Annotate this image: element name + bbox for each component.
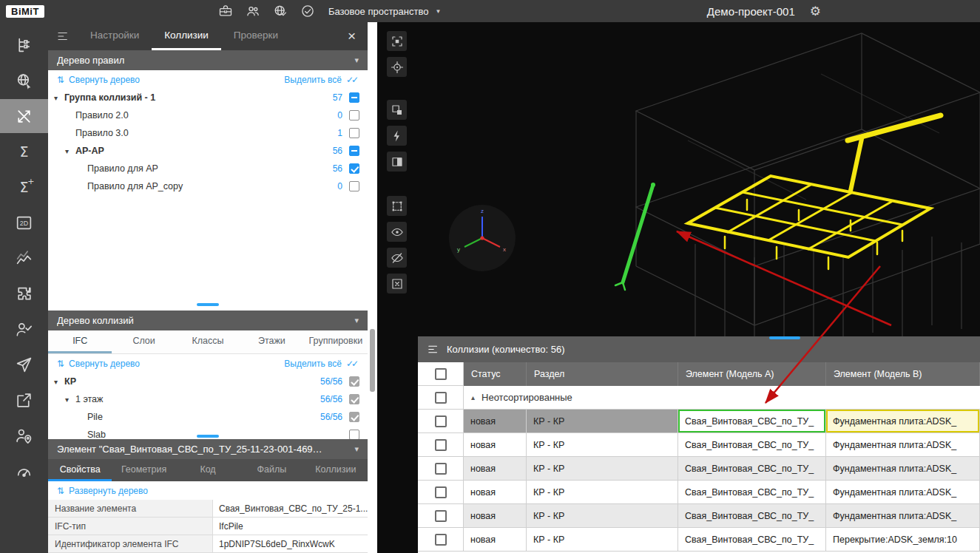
collisions-tree-header[interactable]: Дерево коллизий ▾ [48,311,368,330]
collisions-tree-scrollbar[interactable] [197,435,219,438]
gear-icon[interactable]: ⚙ [810,4,821,19]
collapse-tree-link[interactable]: ⇅Свернуть дерево [57,359,140,369]
view-2d-icon[interactable]: 2D [0,206,48,240]
sum-icon[interactable]: Σ [0,135,48,169]
cell-status[interactable]: новая [464,457,527,481]
rules-tree-header[interactable]: Дерево правил ▾ [48,50,368,70]
group-collapse-icon[interactable]: ▴ [471,393,475,401]
tree-row[interactable]: ▾ 1 этаж 56/56 [48,390,368,408]
collisions-panel-scrollbar[interactable] [769,336,800,339]
cell-element-a[interactable]: Свая_Винтовая_СВС_по_ТУ_ [678,433,826,457]
tree-row[interactable]: Pile 56/56 [48,408,368,426]
app-logo[interactable]: BiMiT [6,5,44,18]
tree-row[interactable]: Правило 3.0 1 [48,124,368,142]
panel-scrollbar-thumb[interactable] [370,329,375,392]
highlighted-pile-green[interactable] [615,183,655,290]
property-value[interactable]: IfcPile [213,518,368,535]
cell-section[interactable]: КР - КР [527,433,678,457]
frames-icon[interactable] [387,100,407,120]
property-value[interactable]: Свая_Винтовая_СВС_по_ТУ_25-1... [213,500,368,517]
globe-check-icon[interactable] [273,4,288,18]
cell-element-b[interactable]: Перекрытие:ADSK_земля:10 [826,528,980,552]
tab-ifc[interactable]: IFC [48,330,112,353]
tree-row[interactable]: ▾ КР 56/56 [48,373,368,390]
tree-row[interactable]: ▾ АР-АР 56 [48,142,368,160]
tab-groupings[interactable]: Группировки [304,330,368,353]
navigation-gizmo[interactable]: z x y [449,205,516,271]
cell-status[interactable]: новая [464,504,527,528]
tab-classes[interactable]: Классы [176,330,240,353]
fit-selection-icon[interactable] [387,31,407,51]
collisions-menu-icon[interactable] [427,343,439,356]
toolbox-icon[interactable] [218,4,233,18]
tree-row[interactable]: ▾ Группа коллизий - 1 57 [48,89,368,106]
checkbox[interactable] [349,163,359,174]
rules-tree-scrollbar[interactable] [197,303,219,306]
checkbox[interactable] [349,146,359,156]
tab-collisions[interactable]: Коллизии [152,22,221,50]
tree-row[interactable]: Правило для АР 56 [48,160,368,177]
tab-layers[interactable]: Слои [112,330,175,353]
show-icon[interactable] [387,222,407,242]
tree-row[interactable]: Правило для АР_copy 0 [48,177,368,195]
column-element-a[interactable]: Элемент (Модель А) [678,362,826,386]
cell-section[interactable]: КР - КР [527,504,678,528]
tab-code[interactable]: Код [176,459,240,481]
checkbox[interactable] [349,181,359,191]
collapse-tree-link[interactable]: ⇅Свернуть дерево [57,75,140,85]
cell-status[interactable]: новая [464,481,527,504]
checkbox[interactable] [349,430,359,439]
cell-element-b[interactable]: Фундаментная плита:ADSK_ [826,433,980,457]
cell-element-b[interactable]: Фундаментная плита:ADSK_ [826,457,980,481]
cell-element-b[interactable]: Фундаментная плита:ADSK_ [826,410,980,433]
publish-icon[interactable] [0,347,48,381]
export-icon[interactable] [0,383,48,417]
group-row[interactable]: ▴ Неотсортированные [464,386,980,410]
row-checkbox[interactable] [435,415,447,427]
property-value[interactable]: 1pDNIP7SL6deD_RinxWcwK [213,535,368,552]
group-checkbox[interactable] [435,392,447,404]
checkbox[interactable] [349,394,359,404]
checkbox[interactable] [349,376,359,387]
highlighted-slab-yellow[interactable] [688,115,941,269]
column-status[interactable]: Статус [464,362,527,386]
cell-element-a[interactable]: Свая_Винтовая_СВС_по_ТУ_ [678,528,826,552]
checkbox[interactable] [349,128,359,138]
checkbox[interactable] [349,92,359,103]
plugins-icon[interactable] [0,276,48,311]
check-circle-icon[interactable] [300,4,315,18]
user-check-icon[interactable] [0,312,48,346]
row-checkbox[interactable] [435,439,447,451]
sum-plus-icon[interactable]: Σ+ [0,170,48,204]
remove-selection-icon[interactable] [387,274,407,294]
cell-element-a[interactable]: Свая_Винтовая_СВС_по_ТУ_ [678,481,826,504]
caret-down-icon[interactable]: ▾ [65,396,75,404]
web-globe-icon[interactable] [0,64,48,98]
locate-icon[interactable] [387,57,407,77]
close-icon[interactable]: × [336,22,368,50]
hide-icon[interactable] [387,248,407,268]
team-icon[interactable] [246,4,260,18]
model-structure-icon[interactable] [0,28,48,62]
cell-section[interactable]: КР - КР [527,457,678,481]
row-checkbox[interactable] [435,486,447,498]
cell-status[interactable]: новая [464,528,527,552]
select-all-link[interactable]: Выделить всё✓✓ [284,75,359,85]
tab-settings[interactable]: Настройки [78,22,152,50]
cell-status[interactable]: новая [464,410,527,433]
cell-element-a[interactable]: Свая_Винтовая_СВС_по_ТУ_ [678,504,826,528]
checkbox[interactable] [349,412,359,422]
cell-element-b[interactable]: Фундаментная плита:ADSK_ [826,481,980,504]
viewport-3d[interactable]: z x y Коллизии (количество: 56) Статус Р… [377,22,980,553]
cell-status[interactable]: новая [464,433,527,457]
cell-element-b[interactable]: Фундаментная плита:ADSK_ [826,504,980,528]
cell-section[interactable]: КР - КР [527,410,678,433]
tab-collisions-el[interactable]: Коллизии [304,459,368,481]
collisions-icon[interactable] [0,99,48,133]
caret-down-icon[interactable]: ▾ [54,94,64,102]
tree-row[interactable]: Правило 2.0 0 [48,106,368,124]
caret-down-icon[interactable]: ▾ [65,147,75,155]
column-element-b[interactable]: Элемент (Модель В) [826,362,980,386]
panel-menu-icon[interactable] [48,22,78,50]
tab-properties[interactable]: Свойства [48,459,112,481]
